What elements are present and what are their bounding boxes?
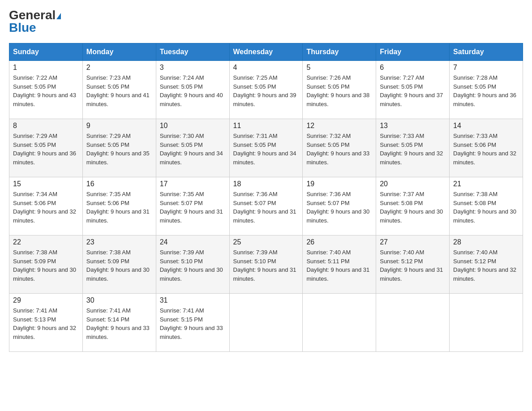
- logo-general-text: General: [9, 8, 56, 22]
- calendar-cell: [450, 294, 523, 352]
- day-number: 23: [86, 238, 152, 246]
- calendar-cell: 3Sunrise: 7:24 AMSunset: 5:05 PMDaylight…: [156, 61, 229, 119]
- day-info: Sunrise: 7:23 AMSunset: 5:05 PMDaylight:…: [86, 73, 152, 108]
- day-info: Sunrise: 7:35 AMSunset: 5:07 PMDaylight:…: [160, 190, 226, 225]
- day-info: Sunrise: 7:39 AMSunset: 5:10 PMDaylight:…: [233, 248, 299, 283]
- day-number: 17: [160, 180, 226, 188]
- weekday-header-wednesday: Wednesday: [229, 43, 303, 61]
- day-number: 18: [233, 180, 299, 188]
- day-number: 15: [13, 180, 79, 188]
- day-info: Sunrise: 7:35 AMSunset: 5:06 PMDaylight:…: [86, 190, 152, 225]
- calendar-header-row: SundayMondayTuesdayWednesdayThursdayFrid…: [9, 43, 523, 61]
- day-number: 26: [306, 238, 372, 246]
- calendar-week-row: 15Sunrise: 7:34 AMSunset: 5:06 PMDayligh…: [9, 177, 523, 235]
- day-info: Sunrise: 7:31 AMSunset: 5:05 PMDaylight:…: [233, 132, 299, 167]
- calendar-cell: 19Sunrise: 7:36 AMSunset: 5:07 PMDayligh…: [303, 177, 376, 235]
- day-info: Sunrise: 7:41 AMSunset: 5:14 PMDaylight:…: [86, 306, 152, 341]
- calendar-week-row: 29Sunrise: 7:41 AMSunset: 5:13 PMDayligh…: [9, 294, 523, 352]
- calendar-cell: [376, 294, 450, 352]
- day-info: Sunrise: 7:28 AMSunset: 5:05 PMDaylight:…: [453, 73, 519, 108]
- calendar-cell: 28Sunrise: 7:40 AMSunset: 5:12 PMDayligh…: [450, 235, 523, 294]
- logo-triangle-icon: [56, 13, 61, 19]
- day-number: 7: [453, 64, 519, 72]
- day-info: Sunrise: 7:22 AMSunset: 5:05 PMDaylight:…: [13, 73, 79, 108]
- day-info: Sunrise: 7:26 AMSunset: 5:05 PMDaylight:…: [306, 73, 372, 108]
- calendar-cell: 10Sunrise: 7:30 AMSunset: 5:05 PMDayligh…: [156, 119, 229, 177]
- calendar-week-row: 22Sunrise: 7:38 AMSunset: 5:09 PMDayligh…: [9, 235, 523, 294]
- day-info: Sunrise: 7:29 AMSunset: 5:05 PMDaylight:…: [13, 132, 79, 167]
- calendar-table: SundayMondayTuesdayWednesdayThursdayFrid…: [9, 43, 523, 352]
- day-info: Sunrise: 7:29 AMSunset: 5:05 PMDaylight:…: [86, 132, 152, 167]
- day-number: 4: [233, 64, 299, 72]
- calendar-cell: 30Sunrise: 7:41 AMSunset: 5:14 PMDayligh…: [82, 294, 156, 352]
- day-info: Sunrise: 7:34 AMSunset: 5:06 PMDaylight:…: [13, 190, 79, 225]
- day-info: Sunrise: 7:41 AMSunset: 5:13 PMDaylight:…: [13, 306, 79, 341]
- calendar-cell: 22Sunrise: 7:38 AMSunset: 5:09 PMDayligh…: [9, 235, 83, 294]
- day-info: Sunrise: 7:24 AMSunset: 5:05 PMDaylight:…: [160, 73, 226, 108]
- day-info: Sunrise: 7:33 AMSunset: 5:06 PMDaylight:…: [453, 132, 519, 167]
- day-number: 25: [233, 238, 299, 246]
- weekday-header-thursday: Thursday: [303, 43, 376, 61]
- day-number: 6: [380, 64, 446, 72]
- page-header: General Blue: [9, 9, 523, 34]
- day-info: Sunrise: 7:27 AMSunset: 5:05 PMDaylight:…: [380, 73, 446, 108]
- calendar-cell: 29Sunrise: 7:41 AMSunset: 5:13 PMDayligh…: [9, 294, 83, 352]
- day-info: Sunrise: 7:39 AMSunset: 5:10 PMDaylight:…: [160, 248, 226, 283]
- day-info: Sunrise: 7:32 AMSunset: 5:05 PMDaylight:…: [306, 132, 372, 167]
- day-info: Sunrise: 7:36 AMSunset: 5:07 PMDaylight:…: [233, 190, 299, 225]
- weekday-header-monday: Monday: [82, 43, 156, 61]
- day-info: Sunrise: 7:33 AMSunset: 5:05 PMDaylight:…: [380, 132, 446, 167]
- day-info: Sunrise: 7:25 AMSunset: 5:05 PMDaylight:…: [233, 73, 299, 108]
- calendar-cell: 13Sunrise: 7:33 AMSunset: 5:05 PMDayligh…: [376, 119, 450, 177]
- calendar-week-row: 1Sunrise: 7:22 AMSunset: 5:05 PMDaylight…: [9, 61, 523, 119]
- weekday-header-friday: Friday: [376, 43, 450, 61]
- logo-blue-text: Blue: [9, 21, 36, 34]
- calendar-cell: 14Sunrise: 7:33 AMSunset: 5:06 PMDayligh…: [450, 119, 523, 177]
- day-info: Sunrise: 7:36 AMSunset: 5:07 PMDaylight:…: [306, 190, 372, 225]
- calendar-cell: 20Sunrise: 7:37 AMSunset: 5:08 PMDayligh…: [376, 177, 450, 235]
- day-info: Sunrise: 7:41 AMSunset: 5:15 PMDaylight:…: [160, 306, 226, 341]
- calendar-cell: 5Sunrise: 7:26 AMSunset: 5:05 PMDaylight…: [303, 61, 376, 119]
- calendar-cell: 24Sunrise: 7:39 AMSunset: 5:10 PMDayligh…: [156, 235, 229, 294]
- day-number: 27: [380, 238, 446, 246]
- day-number: 3: [160, 64, 226, 72]
- calendar-cell: 2Sunrise: 7:23 AMSunset: 5:05 PMDaylight…: [82, 61, 156, 119]
- weekday-header-saturday: Saturday: [450, 43, 523, 61]
- calendar-cell: 11Sunrise: 7:31 AMSunset: 5:05 PMDayligh…: [229, 119, 303, 177]
- calendar-cell: 23Sunrise: 7:38 AMSunset: 5:09 PMDayligh…: [82, 235, 156, 294]
- day-number: 11: [233, 122, 299, 130]
- day-number: 2: [86, 64, 152, 72]
- day-number: 29: [13, 296, 79, 304]
- day-number: 5: [306, 64, 372, 72]
- calendar-cell: 25Sunrise: 7:39 AMSunset: 5:10 PMDayligh…: [229, 235, 303, 294]
- day-number: 19: [306, 180, 372, 188]
- day-number: 24: [160, 238, 226, 246]
- day-number: 14: [453, 122, 519, 130]
- day-number: 20: [380, 180, 446, 188]
- day-info: Sunrise: 7:37 AMSunset: 5:08 PMDaylight:…: [380, 190, 446, 225]
- calendar-cell: 31Sunrise: 7:41 AMSunset: 5:15 PMDayligh…: [156, 294, 229, 352]
- logo: General Blue: [9, 9, 61, 34]
- calendar-cell: 6Sunrise: 7:27 AMSunset: 5:05 PMDaylight…: [376, 61, 450, 119]
- day-number: 1: [13, 64, 79, 72]
- calendar-cell: 7Sunrise: 7:28 AMSunset: 5:05 PMDaylight…: [450, 61, 523, 119]
- day-info: Sunrise: 7:40 AMSunset: 5:11 PMDaylight:…: [306, 248, 372, 283]
- day-info: Sunrise: 7:38 AMSunset: 5:09 PMDaylight:…: [13, 248, 79, 283]
- day-number: 31: [160, 296, 226, 304]
- day-number: 12: [306, 122, 372, 130]
- day-number: 30: [86, 296, 152, 304]
- calendar-cell: 21Sunrise: 7:38 AMSunset: 5:08 PMDayligh…: [450, 177, 523, 235]
- weekday-header-sunday: Sunday: [9, 43, 83, 61]
- weekday-header-tuesday: Tuesday: [156, 43, 229, 61]
- day-number: 21: [453, 180, 519, 188]
- calendar-cell: [303, 294, 376, 352]
- calendar-cell: 4Sunrise: 7:25 AMSunset: 5:05 PMDaylight…: [229, 61, 303, 119]
- day-info: Sunrise: 7:30 AMSunset: 5:05 PMDaylight:…: [160, 132, 226, 167]
- day-number: 13: [380, 122, 446, 130]
- day-info: Sunrise: 7:38 AMSunset: 5:09 PMDaylight:…: [86, 248, 152, 283]
- day-number: 9: [86, 122, 152, 130]
- calendar-cell: 15Sunrise: 7:34 AMSunset: 5:06 PMDayligh…: [9, 177, 83, 235]
- calendar-cell: 9Sunrise: 7:29 AMSunset: 5:05 PMDaylight…: [82, 119, 156, 177]
- calendar-cell: 8Sunrise: 7:29 AMSunset: 5:05 PMDaylight…: [9, 119, 83, 177]
- day-info: Sunrise: 7:40 AMSunset: 5:12 PMDaylight:…: [453, 248, 519, 283]
